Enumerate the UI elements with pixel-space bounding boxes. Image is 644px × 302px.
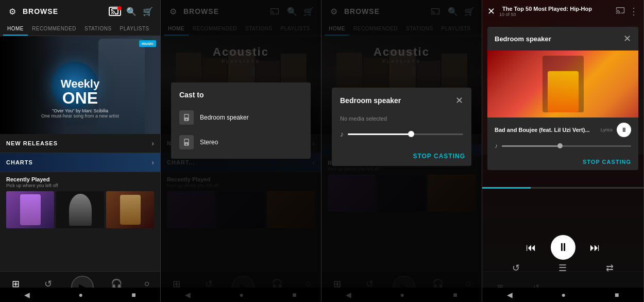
sys-home-1[interactable]: ● [79, 291, 83, 299]
speaker-icon-1 [179, 110, 194, 125]
rp-title: Recently Played [6, 176, 154, 182]
rp-subtitle: Pick up where you left off [6, 183, 154, 188]
cast-device-bedroom[interactable]: Bedroom speaker [171, 105, 311, 130]
playing-card: Bedroom speaker ✕ Bad and Boujee (feat. … [487, 27, 638, 170]
playing-card-header: Bedroom speaker ✕ [487, 27, 638, 51]
sys-home-4[interactable]: ● [562, 291, 566, 299]
repeat-button[interactable]: ↺ [512, 262, 520, 274]
cast-volume-icon: ♪ [495, 142, 498, 149]
hero-text: Weekly ONE "Over You" by Marc Scibilia O… [0, 78, 160, 119]
search-icon-1[interactable]: 🔍 [124, 4, 139, 19]
cast-modal: Cast to Bedroom speaker Stereo [171, 82, 311, 159]
pause-button-main[interactable]: ⏸ [551, 235, 575, 260]
playing-device-label: Bedroom speaker [495, 35, 551, 43]
progress-bar[interactable] [482, 187, 643, 189]
bedroom-speaker-label: Bedroom speaker [200, 114, 249, 121]
no-media-label: No media selected [332, 113, 471, 128]
song-name-label: Bad and Boujee (feat. Lil Uzi Vert)... [495, 127, 601, 133]
volume-thumb[interactable] [408, 131, 414, 137]
playback-controls: ⏮ ⏸ ⏭ [482, 230, 643, 265]
bedroom-modal-title: Bedroom speaker [340, 96, 401, 105]
tab-stations-1[interactable]: STATIONS [80, 23, 116, 36]
cast-icon-active[interactable] [109, 7, 121, 16]
queue-button[interactable]: ☰ [558, 262, 567, 274]
progress-fill [482, 187, 531, 189]
hero-subtitle2: One must-hear song from a new artist [0, 113, 160, 119]
cast-modal-title: Cast to [171, 91, 311, 105]
bedroom-modal-header: Bedroom speaker ✕ [332, 88, 471, 113]
rp-thumbnails [6, 191, 154, 228]
pause-button-card[interactable]: ⏸ [617, 123, 631, 137]
stereo-label: Stereo [200, 139, 218, 146]
extra-controls: ↺ ☰ ⇄ [482, 262, 643, 274]
hero-one: ONE [0, 90, 160, 106]
hero-badge: music [139, 40, 156, 47]
rp-thumb-3[interactable] [106, 191, 154, 228]
cast-icon-4[interactable] [615, 6, 626, 17]
system-nav-1: ◀ ● ■ [0, 288, 160, 302]
rp-thumb-1[interactable] [6, 191, 54, 228]
rp-thumb-2[interactable] [56, 191, 104, 228]
stop-casting-btn-3[interactable]: STOP CASTING [332, 146, 471, 166]
top-bar-4: ✕ The Top 50 Most Played: Hip-Hop 10 of … [482, 0, 643, 23]
song-title-4: The Top 50 Most Played: Hip-Hop [499, 6, 611, 12]
tab-home-1[interactable]: HOME [3, 23, 28, 36]
overflow-icon-4[interactable]: ⋮ [629, 6, 638, 17]
hero-weekly: Weekly [0, 78, 160, 90]
album-art-bg [487, 51, 638, 118]
new-releases-label: NEW RELEASES [6, 140, 58, 146]
sys-back-4[interactable]: ◀ [507, 291, 513, 299]
song-info-row: Bad and Boujee (feat. Lil Uzi Vert)... L… [487, 118, 638, 140]
volume-fill [348, 133, 411, 135]
playing-card-close[interactable]: ✕ [623, 33, 631, 44]
speaker-icon-2 [179, 135, 194, 149]
volume-icon: ♪ [340, 130, 344, 138]
browse-title-1: BROWSE [20, 7, 109, 15]
bedroom-modal: Bedroom speaker ✕ No media selected ♪ ST… [332, 88, 471, 166]
cast-volume-thumb[interactable] [557, 143, 563, 148]
panel-4: ✕ The Top 50 Most Played: Hip-Hop 10 of … [482, 0, 644, 302]
album-art [487, 51, 638, 118]
shuffle-button[interactable]: ⇄ [606, 262, 614, 274]
tab-recommended-1[interactable]: RECOMMENDED [28, 23, 80, 36]
nav-tabs-1: HOME RECOMMENDED STATIONS PLAYLISTS [0, 23, 160, 36]
hero-banner-1[interactable]: music Weekly ONE "Over You" by Marc Scib… [0, 36, 160, 134]
settings-icon[interactable]: ⚙ [5, 4, 20, 19]
tab-playlists-1[interactable]: PLAYLISTS [116, 23, 154, 36]
panel-2: ⚙ BROWSE 🔍 🛒 HOME RECOMMENDED STATIONS P… [161, 0, 321, 302]
charts-row[interactable]: CHARTS › [0, 153, 160, 172]
new-releases-chevron: › [151, 139, 154, 147]
cast-device-stereo[interactable]: Stereo [171, 130, 311, 155]
stop-casting-btn-4[interactable]: STOP CASTING [487, 154, 638, 170]
new-releases-row[interactable]: NEW RELEASES › [0, 134, 160, 153]
system-nav-4: ◀ ● ■ [482, 288, 643, 302]
sys-back-1[interactable]: ◀ [24, 291, 30, 299]
bedroom-modal-close[interactable]: ✕ [455, 95, 463, 106]
cart-icon-1[interactable]: 🛒 [141, 4, 155, 19]
sys-recents-4[interactable]: ■ [615, 291, 619, 299]
cast-volume-slider[interactable] [502, 145, 631, 147]
volume-row: ♪ [332, 128, 471, 146]
prev-button[interactable]: ⏮ [522, 238, 540, 257]
sys-recents-1[interactable]: ■ [131, 291, 135, 299]
lyrics-link[interactable]: Lyrics [601, 127, 613, 132]
panel-3: ⚙ BROWSE 🔍 🛒 HOME RECOMMENDED STATIONS P… [321, 0, 482, 302]
hero-subtitle: "Over You" by Marc Scibilia [0, 108, 160, 113]
panel-1: ⚙ BROWSE 🔍 🛒 HOME RECOMMENDED STATIONS P… [0, 0, 161, 302]
next-button[interactable]: ⏭ [586, 238, 604, 257]
charts-label: CHARTS [6, 159, 33, 165]
volume-slider[interactable] [348, 133, 463, 135]
cast-volume-fill [502, 145, 560, 147]
close-icon-4[interactable]: ✕ [487, 6, 495, 17]
recently-played-section: Recently Played Pick up where you left o… [0, 172, 160, 230]
song-subtitle-4: 10 of 50 [499, 12, 611, 17]
cast-volume-row: ♪ [487, 140, 638, 154]
charts-chevron: › [151, 158, 154, 166]
top-bar-1: ⚙ BROWSE 🔍 🛒 [0, 0, 160, 23]
